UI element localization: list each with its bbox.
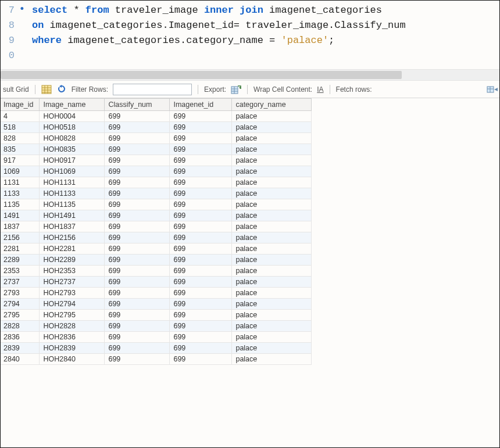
table-cell[interactable]: 699 [170,243,232,255]
table-row[interactable]: 2840HOH2840699699palace [1,354,312,365]
table-cell[interactable]: HOH2737 [40,277,105,288]
table-cell[interactable]: 699 [105,111,170,122]
table-cell[interactable]: 699 [170,155,232,166]
table-cell[interactable]: 699 [105,277,170,288]
table-cell[interactable]: 699 [170,199,232,210]
table-cell[interactable]: 699 [105,177,170,188]
column-header[interactable]: category_name [232,99,312,111]
table-row[interactable]: 2794HOH2794699699palace [1,299,312,310]
filter-rows-input[interactable] [113,84,192,95]
scrollbar-thumb[interactable] [1,71,402,79]
table-row[interactable]: 2795HOH2795699699palace [1,310,312,321]
table-row[interactable]: 1133HOH1133699699palace [1,188,312,199]
table-cell[interactable]: palace [232,332,312,343]
table-cell[interactable]: 2281 [1,243,40,255]
result-grid[interactable]: Image_idImage_nameClassify_numImagenet_i… [1,98,499,365]
table-cell[interactable]: 699 [170,266,232,277]
table-row[interactable]: 2289HOH2289699699palace [1,255,312,266]
editor-line[interactable]: 9where imagenet_categories.category_name… [1,33,499,48]
table-cell[interactable]: 699 [105,332,170,343]
table-cell[interactable]: 1133 [1,188,40,199]
table-cell[interactable]: HOH2793 [40,288,105,299]
table-cell[interactable]: 699 [105,343,170,354]
table-cell[interactable]: 828 [1,133,40,144]
table-cell[interactable]: 699 [170,144,232,155]
table-cell[interactable]: 699 [105,210,170,221]
table-cell[interactable]: palace [232,266,312,277]
table-cell[interactable]: 835 [1,144,40,155]
fetch-more-rows-icon[interactable] [487,85,497,94]
table-cell[interactable]: palace [232,188,312,199]
table-row[interactable]: 835HOH0835699699palace [1,144,312,155]
export-icon[interactable] [231,85,241,94]
table-cell[interactable]: palace [232,111,312,122]
table-cell[interactable]: 699 [105,188,170,199]
table-cell[interactable]: 699 [170,210,232,221]
code-text[interactable]: where imagenet_categories.category_name … [26,33,334,48]
grid-view-icon[interactable] [41,85,52,94]
wrap-cell-value[interactable]: IA [317,85,323,94]
table-cell[interactable]: palace [232,133,312,144]
table-cell[interactable]: palace [232,354,312,365]
table-row[interactable]: 2793HOH2793699699palace [1,288,312,299]
table-cell[interactable]: 699 [105,299,170,310]
table-row[interactable]: 2281HOH2281699699palace [1,243,312,255]
table-cell[interactable]: 917 [1,155,40,166]
table-cell[interactable]: HOH0835 [40,144,105,155]
table-row[interactable]: 1069HOH1069699699palace [1,166,312,177]
table-cell[interactable]: HOH0004 [40,111,105,122]
table-cell[interactable]: 518 [1,122,40,133]
editor-line[interactable]: 0 [1,48,499,63]
table-cell[interactable]: 699 [105,321,170,332]
table-cell[interactable]: 2828 [1,321,40,332]
table-cell[interactable]: 699 [170,321,232,332]
table-cell[interactable]: HOH1135 [40,199,105,210]
table-cell[interactable]: 699 [170,221,232,232]
table-cell[interactable]: 699 [170,277,232,288]
table-cell[interactable]: 699 [105,243,170,255]
editor-line[interactable]: 7•select * from traveler_image inner joi… [1,3,499,18]
table-cell[interactable]: palace [232,299,312,310]
table-cell[interactable]: palace [232,321,312,332]
table-cell[interactable]: palace [232,210,312,221]
table-cell[interactable]: 699 [170,354,232,365]
code-text[interactable]: select * from traveler_image inner join … [26,3,382,18]
table-cell[interactable]: 699 [105,266,170,277]
table-cell[interactable]: palace [232,155,312,166]
table-cell[interactable]: palace [232,199,312,210]
table-cell[interactable]: HOH2281 [40,243,105,255]
table-cell[interactable]: HOH2289 [40,255,105,266]
column-header[interactable]: Classify_num [105,99,170,111]
table-cell[interactable]: 699 [170,122,232,133]
table-row[interactable]: 1837HOH1837699699palace [1,221,312,232]
table-cell[interactable]: HOH2794 [40,299,105,310]
table-cell[interactable]: 699 [105,255,170,266]
table-row[interactable]: 4HOH0004699699palace [1,111,312,122]
table-cell[interactable]: 699 [170,255,232,266]
table-cell[interactable]: palace [232,288,312,299]
table-cell[interactable]: 2156 [1,232,40,243]
column-header[interactable]: Imagenet_id [170,99,232,111]
table-cell[interactable]: 699 [170,111,232,122]
table-cell[interactable]: 699 [170,288,232,299]
table-cell[interactable]: palace [232,232,312,243]
table-cell[interactable]: palace [232,310,312,321]
table-cell[interactable]: 2737 [1,277,40,288]
table-cell[interactable]: HOH1133 [40,188,105,199]
table-cell[interactable]: HOH0828 [40,133,105,144]
table-cell[interactable]: 699 [105,122,170,133]
editor-line[interactable]: 8on imagenet_categories.Imagenet_id= tra… [1,18,499,33]
table-cell[interactable]: 699 [105,133,170,144]
table-cell[interactable]: palace [232,221,312,232]
table-cell[interactable]: palace [232,166,312,177]
table-cell[interactable]: 1491 [1,210,40,221]
table-cell[interactable]: HOH0518 [40,122,105,133]
table-cell[interactable]: 2793 [1,288,40,299]
table-cell[interactable]: 2836 [1,332,40,343]
column-header[interactable]: Image_id [1,99,40,111]
table-cell[interactable]: 699 [170,310,232,321]
sql-editor[interactable]: 7•select * from traveler_image inner joi… [1,1,499,67]
table-cell[interactable]: 2794 [1,299,40,310]
table-cell[interactable]: 699 [170,166,232,177]
table-cell[interactable]: 699 [105,288,170,299]
